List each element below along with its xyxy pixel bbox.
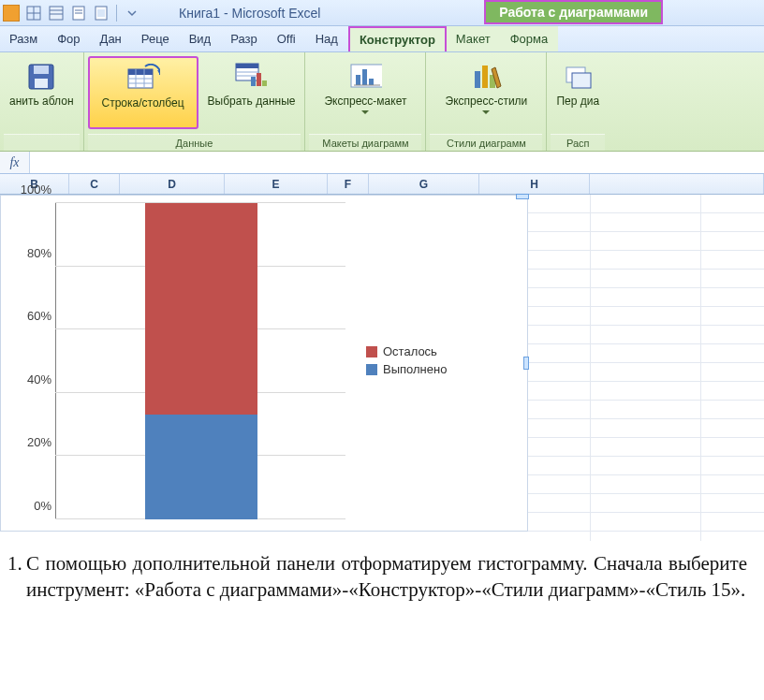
sheet-icon[interactable] xyxy=(69,4,88,22)
qat-separator xyxy=(116,5,117,22)
ribbon-tab-constructor[interactable]: Конструктор xyxy=(348,26,447,51)
view-grid-icon[interactable] xyxy=(24,4,43,22)
svg-rect-14 xyxy=(35,79,48,88)
grid-background xyxy=(528,195,764,541)
ribbon-group-templates: анить аблон xyxy=(0,52,84,151)
button-label: Строка/столбец xyxy=(101,97,184,110)
ribbon-group-location: Пер диа Расп xyxy=(547,52,609,151)
office-button-icon[interactable] xyxy=(2,4,21,22)
legend-label: Выполнено xyxy=(383,362,447,376)
formula-bar: fx xyxy=(0,152,764,174)
svg-rect-30 xyxy=(362,69,367,85)
ribbon-tab[interactable]: Дан xyxy=(91,26,132,51)
quick-styles-button[interactable]: Экспресс-стили xyxy=(430,56,542,129)
ribbon: анить аблон xyxy=(0,52,764,152)
ribbon-group-data: Строка/столбец Выбрать данные Д xyxy=(84,52,306,151)
move-chart-icon xyxy=(561,60,595,94)
dropdown-caret-icon xyxy=(482,110,490,114)
chart-tools-contextual-tab[interactable]: Работа с диаграммами xyxy=(484,0,663,24)
svg-rect-37 xyxy=(572,73,591,88)
y-tick-label: 20% xyxy=(7,435,51,449)
ribbon-tab[interactable]: Разр xyxy=(221,26,268,51)
y-tick-label: 60% xyxy=(7,309,51,323)
ribbon-tab-format[interactable]: Форма xyxy=(501,26,559,51)
svg-rect-26 xyxy=(257,73,261,86)
legend-item[interactable]: Выполнено xyxy=(366,362,447,376)
button-label: Пер диа xyxy=(556,95,599,109)
ribbon-tab[interactable]: Над xyxy=(306,26,348,51)
col-header[interactable]: H xyxy=(479,174,590,194)
selection-handle-icon[interactable] xyxy=(516,194,529,199)
y-tick-label: 100% xyxy=(7,182,51,197)
ribbon-tab[interactable]: Фор xyxy=(48,26,90,51)
ribbon-tab-layout[interactable]: Макет xyxy=(447,26,501,51)
svg-rect-13 xyxy=(34,66,49,74)
ribbon-tab[interactable]: Реце xyxy=(132,26,180,51)
ribbon-tabs: Разм Фор Дан Реце Вид Разр Offi Над Конс… xyxy=(0,26,764,52)
ribbon-tab[interactable]: Offi xyxy=(268,26,306,51)
column-headers: B C D E F G H xyxy=(0,174,764,195)
dropdown-caret-icon xyxy=(361,110,369,114)
button-label: Выбрать данные xyxy=(208,95,296,109)
ribbon-group-layouts: Экспресс-макет Макеты диаграмм xyxy=(305,52,426,151)
formula-input[interactable] xyxy=(30,152,764,173)
bar-segment-remaining[interactable] xyxy=(145,203,257,415)
button-label: анить аблон xyxy=(9,95,74,109)
instruction-body: С помощью дополнительной панели отформат… xyxy=(26,552,747,601)
ribbon-group-styles: Экспресс-стили Стили диаграмм xyxy=(426,52,547,151)
ribbon-tab[interactable]: Вид xyxy=(180,26,222,51)
select-data-button[interactable]: Выбрать данные xyxy=(202,56,301,129)
table-icon[interactable] xyxy=(47,4,66,22)
group-label xyxy=(4,134,80,151)
svg-rect-16 xyxy=(128,69,153,75)
embedded-chart[interactable]: 0% 20% 40% 60% 80% 100% Осталось Выполне… xyxy=(0,195,528,532)
y-tick-label: 80% xyxy=(7,245,51,259)
move-chart-button[interactable]: Пер диа xyxy=(551,56,605,129)
svg-rect-22 xyxy=(236,64,258,68)
legend-item[interactable]: Осталось xyxy=(366,344,447,358)
col-header[interactable] xyxy=(590,174,764,194)
col-header[interactable]: G xyxy=(369,174,479,194)
list-number: 1. xyxy=(7,550,22,576)
selection-handle-icon[interactable] xyxy=(523,357,529,370)
floppy-disk-icon xyxy=(24,60,58,94)
col-header[interactable]: D xyxy=(120,174,225,194)
document-title: Книга1 - Microsoft Excel xyxy=(179,6,320,21)
switch-rows-cols-icon xyxy=(126,62,160,95)
sheet2-icon[interactable] xyxy=(92,4,110,22)
button-label: Экспресс-макет xyxy=(324,95,406,109)
switch-row-col-button[interactable]: Строка/столбец xyxy=(88,56,198,129)
col-header[interactable]: F xyxy=(328,174,369,194)
select-data-icon xyxy=(234,60,268,94)
chart-styles-icon xyxy=(469,60,503,94)
col-header[interactable]: C xyxy=(69,174,120,194)
legend-swatch-icon xyxy=(366,346,377,357)
col-header[interactable]: E xyxy=(225,174,328,194)
svg-rect-27 xyxy=(262,80,267,86)
y-axis xyxy=(55,203,56,519)
plot-area[interactable]: 0% 20% 40% 60% 80% 100% xyxy=(55,203,345,519)
group-label: Расп xyxy=(551,134,605,151)
group-label: Макеты диаграмм xyxy=(309,134,421,151)
chart-legend[interactable]: Осталось Выполнено xyxy=(366,341,447,380)
bar-segment-done[interactable] xyxy=(145,415,257,519)
y-tick-label: 0% xyxy=(7,499,51,513)
fx-icon[interactable]: fx xyxy=(0,152,30,173)
group-label: Стили диаграмм xyxy=(430,134,542,151)
svg-rect-34 xyxy=(482,66,488,88)
chart-tools-label: Работа с диаграммами xyxy=(499,5,648,20)
svg-rect-29 xyxy=(356,75,360,85)
quick-layout-button[interactable]: Экспресс-макет xyxy=(309,56,421,129)
worksheet-area[interactable]: 0% 20% 40% 60% 80% 100% Осталось Выполне… xyxy=(0,195,764,541)
y-tick-label: 40% xyxy=(7,372,51,386)
group-label: Данные xyxy=(88,134,301,151)
title-bar: Книга1 - Microsoft Excel Работа с диагра… xyxy=(0,0,764,26)
svg-rect-25 xyxy=(251,77,256,86)
legend-label: Осталось xyxy=(383,344,437,358)
chart-layout-icon xyxy=(348,60,382,94)
svg-rect-4 xyxy=(50,7,63,20)
qat-dropdown-icon[interactable] xyxy=(123,4,141,22)
svg-rect-33 xyxy=(475,71,480,88)
save-template-button[interactable]: анить аблон xyxy=(4,56,80,129)
ribbon-tab[interactable]: Разм xyxy=(0,26,48,51)
